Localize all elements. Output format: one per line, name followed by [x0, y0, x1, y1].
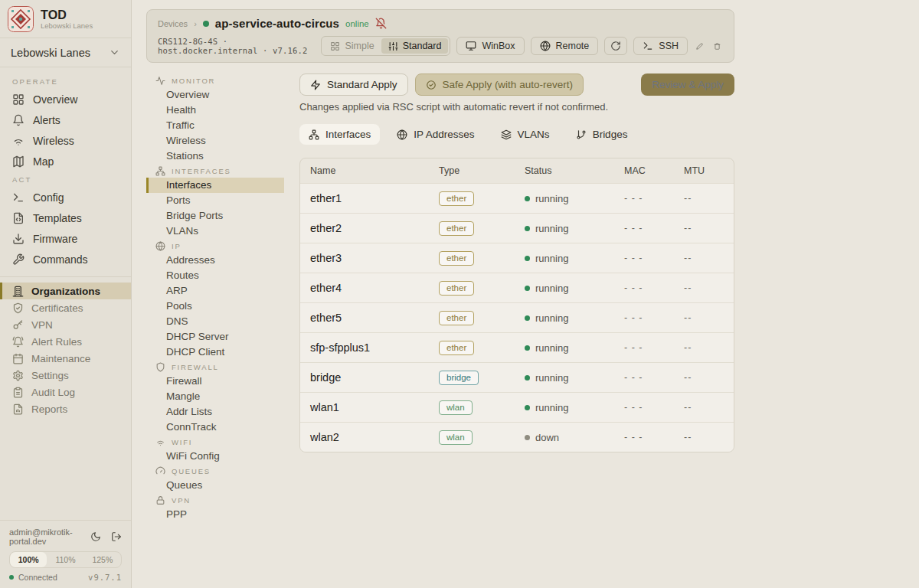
breadcrumb-devices-link[interactable]: Devices	[158, 19, 188, 28]
sidebar-footer: admin@mikrotik-portal.dev 100% 110% 125%	[0, 520, 131, 588]
sidebar-item-map[interactable]: Map	[0, 151, 131, 172]
grid-icon	[330, 41, 340, 51]
ui-zoom-option-125[interactable]: 125%	[84, 552, 121, 567]
table-row-ether2[interactable]: ether2 ether running - - - --	[300, 213, 734, 243]
device-action-remote[interactable]: Remote	[531, 37, 599, 55]
pulse-icon	[155, 76, 165, 86]
subnav-item-dns[interactable]: DNS	[146, 314, 284, 329]
zap-icon	[310, 80, 321, 90]
sidebar-item-overview[interactable]: Overview	[0, 89, 131, 109]
device-online-dot	[203, 21, 209, 27]
subnav-item-stations[interactable]: Stations	[146, 149, 284, 164]
subnav-item-interfaces[interactable]: Interfaces	[146, 178, 284, 193]
review-apply-button[interactable]: Review & Apply	[641, 74, 734, 96]
table-row-sfp-sfpplus1[interactable]: sfp-sfpplus1 ether running - - - --	[300, 332, 734, 362]
sidebar-item-alerts[interactable]: Alerts	[0, 109, 131, 130]
device-meta: CRS112-8G-4S · host.docker.internal · v7…	[158, 37, 321, 55]
sidebar-item-templates[interactable]: Templates	[0, 207, 131, 228]
sidebar-item-commands[interactable]: Commands	[0, 249, 131, 270]
sidebar-item-wireless[interactable]: Wireless	[0, 130, 131, 151]
mac-cell: - - -	[614, 402, 674, 413]
tab-vlans[interactable]: VLANs	[492, 124, 559, 145]
ui-zoom-option-110[interactable]: 110%	[47, 552, 83, 567]
view-mode-standard[interactable]: Standard	[381, 38, 449, 54]
logout-button[interactable]	[111, 531, 122, 542]
subnav-item-vlans[interactable]: VLANs	[146, 224, 284, 239]
gauge-icon	[155, 466, 165, 476]
sidebar-item-certificates[interactable]: Certificates	[0, 299, 131, 316]
table-row-ether4[interactable]: ether4 ether running - - - --	[300, 273, 734, 302]
sidebar-item-firmware[interactable]: Firmware	[0, 228, 131, 249]
subnav-item-dhcp-client[interactable]: DHCP Client	[146, 345, 284, 360]
subnav-item-queues[interactable]: Queues	[146, 478, 284, 493]
subnav-item-routes[interactable]: Routes	[146, 268, 284, 283]
wifi-icon	[155, 437, 165, 447]
subnav-item-addr-lists[interactable]: Addr Lists	[146, 404, 284, 420]
device-name: ap-service-auto-circus	[215, 17, 339, 30]
delete-device-button[interactable]	[711, 41, 723, 52]
subnav-item-ppp[interactable]: PPP	[146, 507, 284, 522]
sidebar-item-reports[interactable]: Reports	[0, 400, 131, 417]
sidebar-item-label: Certificates	[31, 302, 83, 314]
subnav-item-arp[interactable]: ARP	[146, 283, 284, 299]
subnav-item-pools[interactable]: Pools	[146, 299, 284, 314]
sidebar-item-label: Firmware	[33, 233, 77, 245]
subnav-item-ports[interactable]: Ports	[146, 193, 284, 208]
status-cell: running	[515, 223, 614, 234]
file-chart-icon	[12, 403, 24, 415]
tab-interfaces[interactable]: Interfaces	[299, 124, 380, 145]
sidebar-item-audit-log[interactable]: Audit Log	[0, 384, 131, 400]
sidebar-item-organizations[interactable]: Organizations	[0, 283, 131, 299]
mtu-cell: --	[674, 342, 734, 353]
view-mode-simple[interactable]: Simple	[323, 38, 381, 54]
table-row-wlan1[interactable]: wlan1 wlan running - - - --	[300, 392, 734, 422]
table-row-ether5[interactable]: ether5 ether running - - - --	[300, 302, 734, 332]
subnav-item-health[interactable]: Health	[146, 103, 284, 118]
subnav-item-overview[interactable]: Overview	[146, 87, 284, 103]
subnav-item-traffic[interactable]: Traffic	[146, 118, 284, 133]
tab-ip-addresses[interactable]: IP Addresses	[388, 124, 483, 145]
refresh-device-button[interactable]	[604, 37, 627, 55]
apply-note: Changes applied via RSC script with auto…	[299, 101, 734, 113]
table-row-bridge[interactable]: bridge bridge running - - - --	[300, 362, 734, 392]
subnav-item-mangle[interactable]: Mangle	[146, 389, 284, 404]
subnav-item-bridge-ports[interactable]: Bridge Ports	[146, 208, 284, 224]
subnav-item-addresses[interactable]: Addresses	[146, 253, 284, 268]
device-action-winbox[interactable]: WinBox	[456, 37, 524, 55]
brand: TOD Lebowski Lanes	[0, 0, 131, 38]
subnav-item-dhcp-server[interactable]: DHCP Server	[146, 329, 284, 345]
safe-apply-button[interactable]: Safe Apply (with auto-revert)	[415, 74, 584, 96]
column-header: Status	[515, 165, 614, 176]
column-header: Type	[429, 165, 515, 176]
org-selector[interactable]: Lebowski Lanes	[0, 38, 131, 67]
subnav-item-firewall[interactable]: Firewall	[146, 374, 284, 389]
table-row-ether1[interactable]: ether1 ether running - - - --	[300, 183, 734, 213]
bell-off-icon[interactable]	[375, 18, 387, 29]
sidebar-item-alert-rules[interactable]: Alert Rules	[0, 333, 131, 350]
sidebar-item-vpn[interactable]: VPN	[0, 316, 131, 333]
app-root: TOD Lebowski Lanes Lebowski Lanes OPERAT…	[0, 0, 919, 588]
status-dot	[525, 345, 530, 351]
subnav-section-label: IP	[172, 242, 182, 250]
main-area: Devices › ap-service-auto-circus online …	[132, 0, 919, 588]
dark-mode-toggle[interactable]	[90, 531, 101, 542]
calendar-icon	[12, 353, 24, 364]
subnav-item-conntrack[interactable]: ConnTrack	[146, 420, 284, 435]
type-badge: ether	[439, 341, 474, 355]
ui-zoom-option-100[interactable]: 100%	[10, 552, 47, 567]
monitor-icon	[466, 41, 476, 51]
table-row-wlan2[interactable]: wlan2 wlan down - - - --	[300, 422, 734, 452]
sidebar-item-maintenance[interactable]: Maintenance	[0, 350, 131, 367]
subnav-section: FIREWALL Firewall Mangle Addr Lists C	[146, 360, 299, 435]
download-icon	[12, 233, 25, 245]
tab-bridges[interactable]: Bridges	[567, 124, 637, 145]
table-row-ether3[interactable]: ether3 ether running - - - --	[300, 243, 734, 273]
sidebar-item-settings[interactable]: Settings	[0, 367, 131, 384]
edit-device-button[interactable]	[694, 41, 705, 52]
standard-apply-button[interactable]: Standard Apply	[299, 74, 408, 96]
status-cell: running	[515, 193, 614, 204]
subnav-item-wireless[interactable]: Wireless	[146, 133, 284, 149]
device-action-ssh[interactable]: SSH	[633, 37, 688, 55]
subnav-item-wifi-config[interactable]: WiFi Config	[146, 449, 284, 464]
sidebar-item-config[interactable]: Config	[0, 187, 131, 207]
